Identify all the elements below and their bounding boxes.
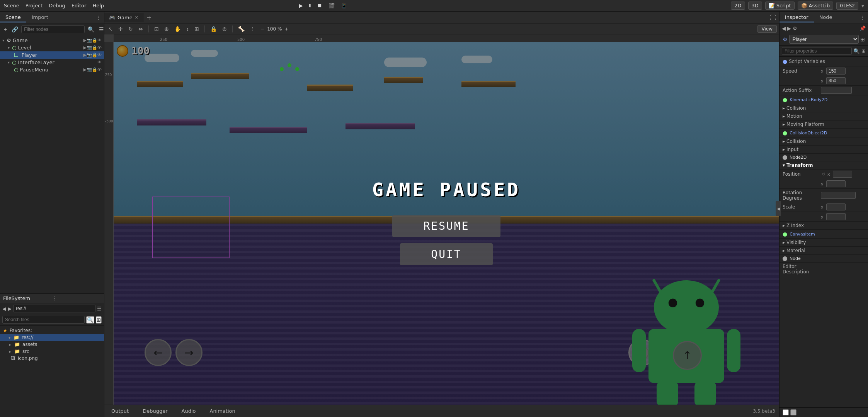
rotate-tool[interactable]: ↻ (127, 25, 134, 33)
filter-properties-input[interactable] (782, 47, 852, 55)
inspector-pin[interactable]: 📌 (859, 25, 866, 31)
stop-button[interactable]: ⏹ (317, 3, 322, 8)
inspector-tab-inspector[interactable]: Inspector (779, 13, 814, 22)
add-node-button[interactable]: + (2, 25, 9, 33)
moving-platform-section[interactable]: ▸ Moving Platform (779, 120, 868, 129)
select-tool[interactable]: ↖ (107, 25, 114, 33)
tree-item-player[interactable]: ☐ Player ▶📷🔒👁 (0, 51, 104, 59)
rotation-input[interactable]: 0 (821, 192, 856, 199)
fs-item-icon[interactable]: 🖼 icon.png (0, 355, 104, 362)
fs-search-button[interactable]: 🔍 (86, 316, 94, 324)
action-suffix-input[interactable] (821, 87, 852, 94)
search-files-input[interactable] (2, 316, 85, 324)
menu-scene[interactable]: Scene (4, 3, 19, 8)
scale-tool[interactable]: ⇔ (137, 25, 145, 33)
collision2-section[interactable]: ▸ Collision (779, 137, 868, 146)
search-button[interactable]: 🔍 (86, 25, 96, 33)
node-selector-expand[interactable]: ⊞ (860, 36, 865, 42)
more-tools[interactable]: ⋮ (248, 25, 257, 33)
fs-item-assets[interactable]: ▸ 📁 assets (0, 341, 104, 348)
position-reset-button[interactable]: ↺ (821, 172, 826, 177)
tab-import[interactable]: Import (26, 13, 54, 22)
tab-scene[interactable]: Scene (0, 13, 26, 22)
color-gray[interactable] (790, 409, 797, 415)
group-button[interactable]: ⊚ (221, 25, 228, 33)
scene-panel-options[interactable]: ⋮ (93, 15, 104, 20)
movie-icon[interactable]: 🎬 (328, 3, 335, 8)
arrow-tool[interactable]: ↕ (185, 25, 191, 33)
inspector-script-icon[interactable]: ⚙ (793, 25, 797, 31)
pivot-tool[interactable]: ⊕ (163, 25, 170, 33)
fs-path-input[interactable] (13, 305, 95, 312)
speed-x-input[interactable]: 150 (826, 68, 846, 75)
view-menu-button[interactable]: View (757, 25, 777, 33)
filter-props-options[interactable]: ⊞ (861, 48, 866, 54)
mode-2d-button[interactable]: 2D (731, 2, 745, 10)
inspector-history-forward[interactable]: ▶ (787, 25, 791, 31)
tree-item-level[interactable]: ▾ ○ Level ▶📷🔒👁 (0, 44, 104, 51)
deploy-icon[interactable]: 📱 (341, 3, 347, 8)
tree-item-interface[interactable]: ▾ ○ InterfaceLayer 👁 (0, 59, 104, 66)
play-button[interactable]: ▶ (299, 3, 303, 8)
position-x-input[interactable]: 90 (833, 171, 852, 178)
motion-section[interactable]: ▸ Motion (779, 112, 868, 120)
position-y-input[interactable]: 546 (826, 180, 846, 187)
lock-button[interactable]: 🔒 (209, 25, 218, 33)
filter-nodes-input[interactable] (21, 25, 85, 33)
viewport-maximize-button[interactable]: ⛶ (767, 14, 779, 21)
zoom-in-button[interactable]: + (283, 25, 289, 33)
fs-filter-button[interactable]: ⊞ (96, 316, 102, 324)
panel-collapse-button[interactable]: ◀ (776, 201, 781, 216)
script-button[interactable]: 📝Script (765, 2, 795, 10)
quit-button[interactable]: QUIT (400, 243, 492, 265)
assetlib-button[interactable]: 📦AssetLib (798, 2, 834, 10)
move-tool[interactable]: ✛ (117, 25, 124, 33)
gles-button[interactable]: GLES2 (836, 2, 858, 10)
tab-output[interactable]: Output (108, 407, 132, 415)
collision-kinematic-section[interactable]: ▸ Collision (779, 104, 868, 112)
zoom-out-button[interactable]: − (259, 25, 266, 33)
pan-tool[interactable]: ✋ (173, 25, 182, 33)
node-type-select[interactable]: Player (789, 35, 859, 44)
color-white[interactable] (783, 409, 789, 415)
scale-y-input[interactable]: 1 (826, 213, 846, 220)
menu-project[interactable]: Project (26, 3, 43, 8)
speed-y-input[interactable]: 350 (826, 77, 846, 84)
inspector-history-back[interactable]: ◀ (782, 25, 786, 31)
menu-editor[interactable]: Editor (71, 3, 86, 8)
tab-animation[interactable]: Animation (206, 407, 238, 415)
tab-game[interactable]: 🎮 Game ✕ (104, 13, 143, 22)
fs-item-res[interactable]: ▾ 📁 res:// (0, 334, 104, 341)
snap-tool[interactable]: ⊞ (193, 25, 201, 33)
menu-help[interactable]: Help (92, 3, 104, 8)
fs-item-src[interactable]: ▸ 📁 src (0, 348, 104, 355)
rect-tool[interactable]: ⊡ (153, 25, 160, 33)
tree-item-game[interactable]: ▾ ⚙ Game ▶📷🔒👁 (0, 37, 104, 44)
dropdown-arrow-icon[interactable]: ▾ (861, 3, 864, 9)
mode-3d-button[interactable]: 3D (748, 2, 762, 10)
z-index-section[interactable]: ▸ Z Index (779, 222, 868, 230)
menu-debug[interactable]: Debug (49, 3, 65, 8)
filesystem-options[interactable]: ⋮ (52, 295, 101, 301)
tab-close-icon[interactable]: ✕ (135, 15, 138, 20)
pause-button[interactable]: ⏸ (308, 3, 313, 8)
input-section[interactable]: ▸ Input (779, 146, 868, 154)
tree-item-pausemenu[interactable]: ○ PauseMenu ▶📷🔒👁 (0, 66, 104, 73)
fs-favorites[interactable]: ★ Favorites: (0, 327, 104, 334)
fs-layout-button[interactable]: ☰ (97, 306, 102, 312)
filter-props-search[interactable]: 🔍 (853, 48, 860, 54)
resume-button[interactable]: RESUME (392, 215, 500, 237)
fs-forward-button[interactable]: ▶ (8, 306, 12, 312)
tab-debugger[interactable]: Debugger (140, 407, 170, 415)
scale-x-input[interactable]: 1 (826, 203, 846, 210)
bone-tool[interactable]: 🦴 (237, 25, 246, 33)
add-tab-button[interactable]: + (143, 12, 155, 23)
tab-audio[interactable]: Audio (179, 407, 199, 415)
material-section[interactable]: ▸ Material (779, 247, 868, 255)
visibility-section[interactable]: ▸ Visibility (779, 239, 868, 247)
inspector-options[interactable]: ⋮ (857, 15, 868, 20)
inspector-tab-node[interactable]: Node (814, 13, 838, 22)
fs-back-button[interactable]: ◀ (2, 306, 6, 312)
transform-section[interactable]: ▾ Transform (779, 161, 868, 170)
link-button[interactable]: 🔗 (10, 25, 20, 33)
